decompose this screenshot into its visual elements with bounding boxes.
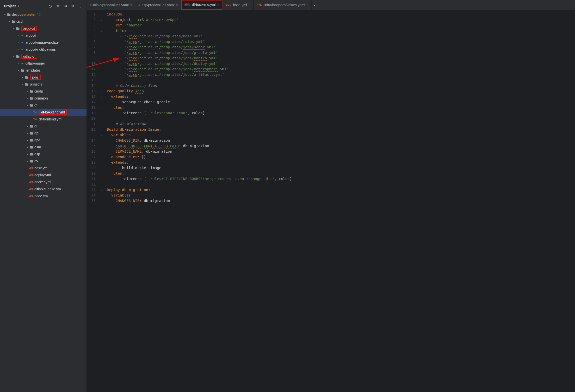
tree-folder-di[interactable]: ▸di <box>0 123 87 130</box>
gear-icon[interactable]: ⚙ <box>71 4 75 8</box>
chevron-icon[interactable]: ▸ <box>21 76 24 79</box>
chevron-icon[interactable]: ▸ <box>25 153 29 156</box>
tree-item-label: projects <box>30 82 42 86</box>
chevron-icon[interactable]: ▾ <box>12 55 15 58</box>
tree-folder-cicd[interactable]: ▾cicd <box>0 18 87 25</box>
close-icon[interactable]: × <box>176 3 178 7</box>
tree-item-label: argocd-notifications <box>25 47 56 51</box>
chevron-icon[interactable]: ▸ <box>16 34 20 37</box>
chevron-icon[interactable]: ▾ <box>3 13 6 16</box>
tree-kub-argocd[interactable]: ▸⎈argocd <box>0 32 87 39</box>
chevron-icon[interactable]: ▾ <box>12 27 15 30</box>
tree-root[interactable]: ▾devops master /⊘ <box>0 11 87 18</box>
yaml-file-icon: YML <box>225 3 231 6</box>
yaml-file-icon: YML <box>29 174 33 176</box>
chevron-icon[interactable]: ▸ <box>25 90 29 93</box>
tree-item-label: common <box>34 96 48 100</box>
file-tree[interactable]: ▾devops master /⊘▾cicd▾argo-cd▸⎈argocd▸⎈… <box>0 11 87 199</box>
folder-icon <box>29 90 33 93</box>
yaml-file-icon: YML <box>29 195 33 197</box>
fold-gutter[interactable]: ⌄⌄⌄⌄⌄⌄⌄⌄⌄⌄⌄⌄ <box>99 10 104 392</box>
more-icon[interactable]: ⋮ <box>78 4 83 8</box>
kubernetes-icon: ⎈ <box>20 34 24 37</box>
tree-item-label: deploy.yml <box>34 173 51 177</box>
tree-folder-dpa[interactable]: ▸dpa <box>0 137 87 144</box>
tree-kub-argocd-image-updater[interactable]: ▸⎈argocd-image-updater <box>0 39 87 46</box>
expand-icon[interactable]: ≑ <box>56 4 60 8</box>
chevron-icon[interactable]: ▸ <box>16 48 20 51</box>
tree-item-label: df-frontend.yml <box>39 117 62 121</box>
tabs-overflow-icon[interactable]: ▸ <box>312 0 317 10</box>
tree-item-label: argocd-image-updater <box>25 40 60 44</box>
chevron-icon[interactable]: ▸ <box>25 125 29 128</box>
tree-yml-base-yml[interactable]: YMLbase.yml <box>0 165 87 172</box>
tree-kub-argocd-notifications[interactable]: ▸⎈argocd-notifications <box>0 46 87 53</box>
tree-folder-dp[interactable]: ▸dp <box>0 130 87 137</box>
tree-yml-df-frontend-yml[interactable]: YMLdf-frontend.yml <box>0 116 87 123</box>
chevron-icon[interactable]: ▸ <box>25 146 29 149</box>
tree-folder-templates[interactable]: ▾templates <box>0 67 87 74</box>
chevron-icon[interactable]: ▸ <box>25 139 29 142</box>
target-icon[interactable]: ◎ <box>48 4 53 8</box>
chevron-icon[interactable]: ▸ <box>25 132 29 135</box>
tree-yml-docker-yml[interactable]: YMLdocker.yml <box>0 179 87 186</box>
chevron-icon[interactable]: ▸ <box>16 62 20 65</box>
project-sidebar[interactable]: Project ▼ ◎ ≑ ⇥ ⚙ ⋮ ▾devops master /⊘▾ci… <box>0 0 87 392</box>
tab-df-backend-yml[interactable]: YMLdf-backend.yml× <box>181 0 222 10</box>
tree-item-label: di <box>34 124 37 128</box>
tree-yml-gitlab-ci-base-yml[interactable]: YMLgitlab-ci-base.yml <box>0 186 87 193</box>
tab-infra-longhorn-values-yaml[interactable]: YMLinfra/longhorn/values.yaml× <box>254 0 312 10</box>
folder-icon <box>29 138 33 142</box>
tree-item-label: gitlab-runner <box>25 61 45 65</box>
tree-folder-cmdp[interactable]: ▸cmdp <box>0 88 87 95</box>
chevron-icon[interactable]: ▾ <box>7 20 11 23</box>
tree-item-label: node.yml <box>34 194 49 198</box>
project-label: Project <box>4 4 16 8</box>
tree-kub-gitlab-runner[interactable]: ▸⎈gitlab-runner <box>0 60 87 67</box>
close-icon[interactable]: × <box>307 3 309 7</box>
chevron-icon[interactable]: ▾ <box>21 83 24 86</box>
tree-folder-df[interactable]: ▾df <box>0 102 87 109</box>
tree-yml-node-yml[interactable]: YMLnode.yml <box>0 193 87 199</box>
tab-minio-prod-values-yaml[interactable]: ⎈minio/prod/values.yaml× <box>87 0 135 10</box>
tree-yml-deploy-yml[interactable]: YMLdeploy.yml <box>0 172 87 179</box>
chevron-icon[interactable]: ▾ <box>25 104 29 107</box>
folder-icon <box>6 13 11 16</box>
collapse-icon[interactable]: ⇥ <box>63 4 68 8</box>
tree-folder-gitlab-ci[interactable]: ▾gitlab-ci <box>0 53 87 60</box>
folder-icon <box>29 152 33 156</box>
close-icon[interactable]: × <box>217 3 219 6</box>
tree-item-label: devops <box>12 12 23 16</box>
kubernetes-icon: ⎈ <box>20 41 24 44</box>
tree-folder-argo-cd[interactable]: ▾argo-cd <box>0 25 87 32</box>
close-icon[interactable]: × <box>130 3 132 7</box>
close-icon[interactable]: × <box>248 3 250 7</box>
kubernetes-icon: ⎈ <box>138 3 140 6</box>
tree-folder-common[interactable]: ▸common <box>0 95 87 102</box>
project-dropdown[interactable]: Project ▼ <box>2 3 22 9</box>
yaml-file-icon: YML <box>29 181 33 183</box>
tree-item-label: argocd <box>25 33 36 37</box>
yaml-file-icon: YML <box>33 118 38 120</box>
tree-item-label: df <box>34 103 37 107</box>
editor-area: ⎈minio/prod/values.yaml×⎈dsp/prod/values… <box>87 0 575 392</box>
tab-dsp-prod-values-yaml[interactable]: ⎈dsp/prod/values.yaml× <box>135 0 181 10</box>
tree-folder-jobs[interactable]: ▸jobs <box>0 74 87 81</box>
tab-base-yml[interactable]: YMLbase.yml× <box>222 0 254 10</box>
tree-folder-projects[interactable]: ▾projects <box>0 81 87 88</box>
tree-folder-dv[interactable]: ▸dv <box>0 158 87 165</box>
code-content[interactable]: include: - project: '▮▮Stack/sre/devOps'… <box>104 10 295 392</box>
code-editor[interactable]: 1234567891011121314151617181920212223242… <box>87 10 575 392</box>
tree-yml-df-backend-yml[interactable]: YMLdf-backend.yml <box>0 109 87 116</box>
tree-item-label: dsm <box>34 145 41 149</box>
app-root: Project ▼ ◎ ≑ ⇥ ⚙ ⋮ ▾devops master /⊘▾ci… <box>0 0 575 392</box>
tree-folder-dsp[interactable]: ▸dsp <box>0 151 87 158</box>
tree-item-label: base.yml <box>34 166 48 170</box>
editor-tabs[interactable]: ⎈minio/prod/values.yaml×⎈dsp/prod/values… <box>87 0 575 10</box>
chevron-icon[interactable]: ▸ <box>25 160 29 163</box>
tree-folder-dsm[interactable]: ▸dsm <box>0 144 87 151</box>
tree-item-label: jobs <box>32 75 39 79</box>
chevron-icon[interactable]: ▸ <box>25 97 29 100</box>
chevron-icon[interactable]: ▸ <box>16 41 20 44</box>
chevron-icon[interactable]: ▾ <box>16 69 20 72</box>
